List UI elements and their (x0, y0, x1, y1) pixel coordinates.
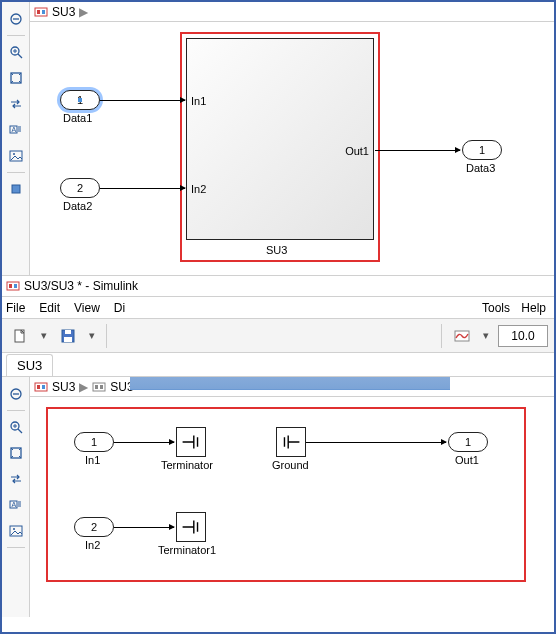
signal-out-bot[interactable] (306, 442, 446, 443)
hide-icon[interactable] (6, 384, 26, 404)
zoom-in-icon[interactable] (6, 417, 26, 437)
swap-icon[interactable] (6, 469, 26, 489)
zoom-in-icon[interactable] (6, 42, 26, 62)
svg-rect-15 (35, 8, 47, 16)
outport-out1-label: Out1 (455, 454, 479, 466)
menubar: File Edit View Di Tools Help (2, 297, 554, 319)
signal-in2[interactable] (100, 188, 185, 189)
tab-su3[interactable]: SU3 (6, 354, 53, 376)
menu-file[interactable]: File (6, 301, 25, 315)
svg-rect-19 (7, 282, 19, 290)
svg-rect-24 (65, 330, 71, 334)
port-in1-label: In1 (191, 95, 206, 107)
outport-data3[interactable]: 1 (462, 140, 502, 160)
top-canvas[interactable]: SU3 ▶ In1 In2 Out1 SU3 1 Data1 2 Data2 1… (30, 2, 554, 275)
svg-rect-20 (9, 284, 12, 288)
breadcrumb-top: SU3 ▶ (30, 2, 554, 22)
breadcrumb-child[interactable]: SU3 (110, 380, 133, 394)
svg-line-30 (18, 429, 22, 433)
inport-data2-num: 2 (77, 182, 83, 194)
signal-out1[interactable] (375, 150, 460, 151)
hide-icon[interactable] (6, 9, 26, 29)
outport-out1[interactable]: 1 (448, 432, 488, 452)
palette-top: A (2, 2, 30, 275)
menu-tools[interactable]: Tools (482, 301, 510, 315)
terminator1-label: Terminator1 (158, 544, 216, 556)
scope-button[interactable] (450, 324, 474, 348)
block-icon[interactable] (6, 179, 26, 199)
signal-in1[interactable] (100, 100, 185, 101)
svg-rect-17 (42, 10, 45, 14)
swap-icon[interactable] (6, 94, 26, 114)
svg-point-40 (13, 528, 15, 530)
svg-point-13 (13, 153, 15, 155)
breadcrumb-label[interactable]: SU3 (52, 5, 75, 19)
svg-rect-46 (100, 385, 103, 389)
inport-data1-num: 1 (77, 94, 83, 106)
svg-rect-41 (35, 383, 47, 391)
new-dropdown[interactable]: ▾ (38, 324, 50, 348)
inport-in2[interactable]: 2 (74, 517, 114, 537)
inport-in1[interactable]: 1 (74, 432, 114, 452)
bottom-window: SU3/SU3 * - Simulink File Edit View Di T… (2, 275, 554, 634)
menu-di[interactable]: Di (114, 301, 125, 315)
inport-data2-label: Data2 (63, 200, 92, 212)
save-button[interactable] (56, 324, 80, 348)
port-in2-label: In2 (191, 183, 206, 195)
signal-in2-bot[interactable] (114, 527, 174, 528)
menu-edit[interactable]: Edit (39, 301, 60, 315)
svg-text:A: A (11, 501, 16, 508)
inport-data1-label: Data1 (63, 112, 92, 124)
image-icon[interactable] (6, 146, 26, 166)
window-titlebar: SU3/SU3 * - Simulink (2, 275, 554, 297)
subsystem-icon (92, 380, 106, 394)
top-model-panel: A SU3 ▶ In1 In2 Out1 SU3 1 Data1 2 Data2 (2, 2, 554, 275)
inport-in2-label: In2 (85, 539, 100, 551)
bottom-canvas[interactable]: SU3 ▶ SU3 1 In1 Terminator Ground (30, 377, 554, 597)
svg-line-3 (18, 54, 22, 58)
signal-in1-bot[interactable] (114, 442, 174, 443)
inport-data2[interactable]: 2 (60, 178, 100, 198)
subsystem-label: SU3 (266, 244, 287, 256)
svg-rect-25 (64, 337, 72, 342)
chevron-right-icon[interactable]: ▶ (79, 5, 88, 19)
terminator-label: Terminator (161, 459, 213, 471)
outport-data3-label: Data3 (466, 162, 495, 174)
svg-rect-21 (14, 284, 17, 288)
inport-in1-num: 1 (91, 436, 97, 448)
inport-in1-label: In1 (85, 454, 100, 466)
svg-text:A: A (11, 126, 16, 133)
ground-block[interactable] (276, 427, 306, 457)
terminator-block[interactable] (176, 427, 206, 457)
annotation-icon[interactable]: A (6, 495, 26, 515)
menu-help[interactable]: Help (521, 301, 546, 315)
model-icon (34, 5, 48, 19)
stop-time-input[interactable]: 10.0 (498, 325, 548, 347)
breadcrumb-root[interactable]: SU3 (52, 380, 75, 394)
model-icon (34, 380, 48, 394)
tab-strip: SU3 (2, 353, 554, 377)
chevron-right-icon[interactable]: ▶ (79, 380, 88, 394)
outport-data3-num: 1 (479, 144, 485, 156)
svg-rect-14 (12, 185, 20, 193)
simulink-icon (6, 279, 20, 293)
save-dropdown[interactable]: ▾ (86, 324, 98, 348)
inport-data1[interactable]: 1 (60, 90, 100, 110)
scope-dropdown[interactable]: ▾ (480, 324, 492, 348)
fit-icon[interactable] (6, 443, 26, 463)
window-title: SU3/SU3 * - Simulink (24, 279, 138, 293)
new-button[interactable] (8, 324, 32, 348)
terminator1-block[interactable] (176, 512, 206, 542)
bottom-content: A SU3 ▶ SU3 1 In1 Terminator (2, 377, 554, 634)
tab-label: SU3 (17, 358, 42, 373)
image-icon[interactable] (6, 521, 26, 541)
stop-time-value: 10.0 (511, 329, 534, 343)
palette-bottom: A (2, 377, 30, 617)
annotation-icon[interactable]: A (6, 120, 26, 140)
svg-rect-45 (95, 385, 98, 389)
toolbar: ▾ ▾ ▾ 10.0 (2, 319, 554, 353)
menu-view[interactable]: View (74, 301, 100, 315)
svg-rect-43 (42, 385, 45, 389)
subsystem-block[interactable]: In1 In2 Out1 (186, 38, 374, 240)
fit-icon[interactable] (6, 68, 26, 88)
